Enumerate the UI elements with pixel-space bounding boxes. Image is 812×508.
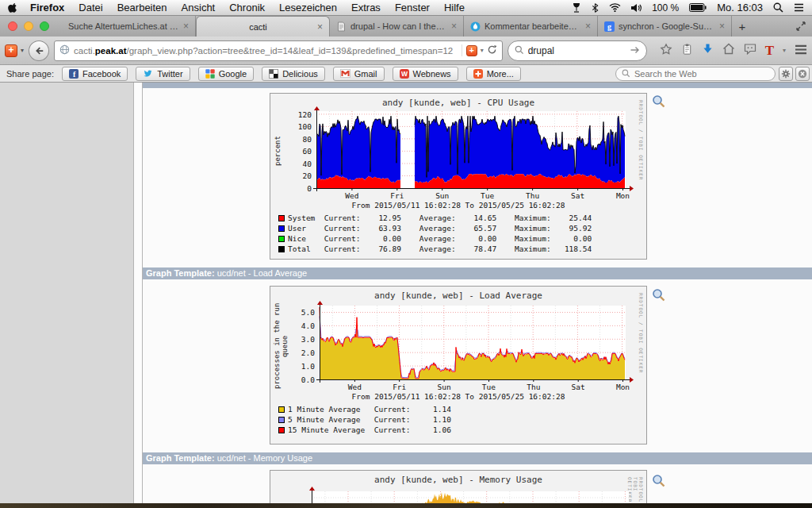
menubar-clock[interactable]: Mo. 16:03	[717, 2, 763, 13]
tab-synchron-google-suche[interactable]: gsynchron - Google-Suche×	[598, 16, 732, 37]
window-zoom-button[interactable]	[40, 21, 49, 31]
cpu-plot[interactable]	[308, 105, 635, 196]
window-minimize-button[interactable]	[24, 21, 33, 31]
search-go-icon[interactable]	[630, 44, 640, 58]
tab-label: Suche AltertuemLiches.at Date...	[68, 21, 179, 31]
menu-hilfe[interactable]: Hilfe	[444, 2, 465, 13]
menu-datei[interactable]: Datei	[79, 2, 102, 13]
graph-template-header-memory: Graph Template: ucd/net - Memory Usage	[143, 452, 812, 464]
share-webnews-button[interactable]: W Webnews	[393, 67, 458, 81]
tab-close-icon[interactable]: ×	[585, 21, 591, 32]
window-close-button[interactable]	[8, 21, 17, 31]
x-axis-tick-label: Wed	[342, 383, 367, 391]
zoom-graph-icon[interactable]	[652, 94, 666, 109]
t-extension-icon[interactable]: T	[765, 44, 774, 57]
menu-lesezeichen[interactable]: Lesezeichen	[279, 2, 337, 13]
legend-text: 5 Minute Average Current: 1.10	[288, 415, 451, 424]
home-icon[interactable]	[722, 43, 735, 58]
menu-ansicht[interactable]: Ansicht	[182, 2, 216, 13]
fullscreen-expand-icon[interactable]	[796, 16, 806, 37]
memory-usage-graph-panel[interactable]: andy [kunde, web] - Memory Usage RRDTOOL…	[270, 470, 647, 503]
share-button-label: Delicious	[282, 69, 318, 79]
tab-close-icon[interactable]: ×	[317, 21, 323, 33]
wine-glass-icon[interactable]	[572, 2, 581, 13]
drupal-drop-icon	[470, 21, 481, 32]
cpu-usage-graph-panel[interactable]: andy [kunde, web] - CPU Usage RRDTOOL / …	[270, 93, 647, 260]
tab-drupal-how-can-i-theme[interactable]: drupal - How can I theme ...×	[330, 16, 464, 37]
hamburger-menu-icon[interactable]	[795, 44, 807, 58]
t-extension-caret-icon[interactable]: ▾	[783, 47, 786, 54]
menu-items: FirefoxDateiBearbeitenAnsichtChronikLese…	[30, 2, 465, 13]
y-axis-tick-label: 120	[270, 110, 312, 119]
tab-cacti[interactable]: cacti×	[196, 16, 330, 37]
share-more-button[interactable]: More...	[466, 67, 521, 81]
download-icon[interactable]	[702, 43, 714, 58]
template-header-bold: Graph Template:	[146, 453, 215, 463]
menu-fenster[interactable]: Fenster	[395, 2, 430, 13]
tab-suche-altertuemliches-at-date[interactable]: Suche AltertuemLiches.at Date...×	[62, 16, 196, 37]
url-path: /graph_view.php?action=tree&tree_id=14&l…	[126, 46, 453, 56]
firefox-tab-bar: Suche AltertuemLiches.at Date...×cacti×d…	[0, 16, 812, 37]
tab-close-icon[interactable]: ×	[719, 21, 725, 32]
search-input[interactable]	[528, 45, 626, 56]
legend-color-swatch	[278, 427, 285, 433]
toolbar-close-button[interactable]	[795, 67, 810, 81]
share-delicious-button[interactable]: Delicious	[262, 67, 325, 81]
feedback-bubble-icon[interactable]	[744, 43, 756, 58]
x-axis-tick-label: Wed	[339, 191, 365, 200]
spotlight-search-icon[interactable]	[773, 2, 783, 13]
share-gmail-button[interactable]: Gmail	[333, 67, 385, 81]
notification-center-icon[interactable]	[794, 3, 804, 12]
load-plot[interactable]	[312, 299, 635, 387]
url-subdomain: cacti.	[74, 46, 95, 56]
clipboard-icon[interactable]	[681, 43, 693, 59]
graph-view-area: andy [kunde, web] - CPU Usage RRDTOOL / …	[143, 83, 812, 503]
reload-icon[interactable]	[487, 44, 497, 56]
menu-firefox[interactable]: Firefox	[30, 2, 64, 13]
graph-timespan: From 2015/05/11 16:02:28 To 2015/05/25 1…	[270, 392, 646, 401]
search-bar[interactable]	[508, 40, 647, 61]
load-average-graph-panel[interactable]: andy [kunde, web] - Load Average RRDTOOL…	[270, 286, 647, 444]
more-plus-icon	[473, 69, 483, 79]
apple-menu-icon[interactable]	[8, 2, 17, 13]
toolbar-settings-button[interactable]	[779, 67, 793, 81]
zoom-graph-icon[interactable]	[652, 474, 666, 488]
zoom-graph-icon[interactable]	[652, 288, 666, 302]
web-search-field[interactable]	[615, 67, 776, 81]
bookmark-star-icon[interactable]	[660, 43, 672, 59]
tab-close-icon[interactable]: ×	[451, 21, 457, 32]
memory-plot[interactable]	[304, 485, 638, 503]
drupal-doc-icon	[336, 21, 347, 32]
new-tab-button[interactable]: +	[732, 16, 753, 37]
legend-text: 1 Minute Average Current: 1.14	[288, 405, 451, 414]
addthis-button[interactable]: +	[5, 44, 17, 57]
y-axis-tick-label: 0.0	[270, 375, 315, 384]
share-caret-icon[interactable]: ▾	[481, 47, 484, 54]
x-axis-tick-label: Thu	[521, 383, 546, 391]
x-axis-tick-label: Mon	[610, 191, 635, 200]
bluetooth-icon[interactable]	[592, 2, 599, 13]
web-search-input[interactable]	[634, 69, 769, 79]
macos-menubar: FirefoxDateiBearbeitenAnsichtChronikLese…	[0, 0, 812, 16]
addthis-share-icon[interactable]: +	[466, 45, 477, 56]
svg-text:g: g	[607, 22, 611, 31]
legend-text: User Current: 63.93 Average: 65.57 Maxim…	[288, 224, 592, 233]
back-button[interactable]	[29, 40, 49, 61]
x-axis-tick-label: Sun	[430, 191, 455, 200]
volume-icon[interactable]	[631, 3, 642, 13]
y-axis-tick-label: 0	[270, 184, 312, 193]
battery-icon[interactable]	[689, 3, 707, 12]
url-bar[interactable]: cacti.peak.at/graph_view.php?action=tree…	[54, 40, 503, 61]
share-twitter-button[interactable]: Twitter	[136, 67, 190, 81]
tree-panel-divider[interactable]	[133, 83, 143, 503]
menu-bearbeiten[interactable]: Bearbeiten	[117, 2, 167, 13]
share-facebook-button[interactable]: f Facebook	[62, 67, 128, 81]
tab-kommentar-bearbeiten[interactable]: Kommentar bearbeiten | ...×	[464, 16, 598, 37]
wifi-icon[interactable]	[609, 3, 621, 12]
menu-chronik[interactable]: Chronik	[229, 2, 265, 13]
menu-extras[interactable]: Extras	[351, 2, 381, 13]
url-domain: peak.at	[95, 46, 127, 56]
tab-close-icon[interactable]: ×	[183, 21, 189, 32]
addthis-caret-icon[interactable]: ▾	[21, 47, 24, 54]
share-google-button[interactable]: Google	[198, 67, 254, 81]
